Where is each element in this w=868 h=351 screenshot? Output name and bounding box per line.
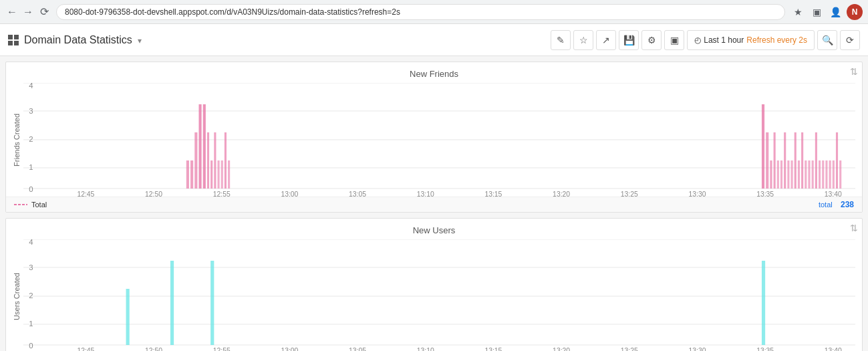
new-users-chart-inner: 0 1 2 3 4 12:45 12:50 12:55 13:00 13:05 … (23, 239, 855, 351)
new-friends-title: New Friends (13, 69, 855, 79)
svg-text:12:50: 12:50 (145, 191, 162, 197)
svg-rect-56 (839, 160, 841, 189)
svg-text:12:45: 12:45 (77, 347, 94, 351)
svg-text:13:05: 13:05 (349, 191, 366, 197)
new-users-chart-container: ⇅ New Users Users Created 0 1 2 (6, 219, 862, 351)
new-friends-chart-container: ⇅ New Friends Friends Created 0 1 (6, 62, 862, 197)
svg-text:1: 1 (29, 163, 33, 171)
app-logo[interactable] (8, 35, 19, 45)
new-users-wrap: Users Created 0 1 2 3 4 (13, 239, 855, 351)
refresh-button[interactable]: ⟳ (840, 30, 860, 50)
svg-rect-50 (819, 160, 821, 189)
address-bar[interactable]: 8080-dot-9796358-dot-devshell.appspot.co… (56, 4, 785, 20)
save-button[interactable]: 💾 (619, 30, 639, 50)
svg-text:13:05: 13:05 (349, 347, 366, 351)
new-users-title: New Users (13, 225, 855, 235)
chart-button[interactable]: ✎ (551, 30, 571, 50)
page-title: Domain Data Statistics ▾ (24, 34, 545, 46)
svg-text:4: 4 (29, 83, 33, 90)
settings-button[interactable]: ⚙ (641, 30, 662, 50)
forward-icon[interactable]: → (21, 5, 35, 19)
new-users-svg: 0 1 2 3 4 12:45 12:50 12:55 13:00 13:05 … (23, 239, 855, 351)
svg-rect-44 (798, 160, 800, 189)
svg-text:3: 3 (29, 107, 33, 115)
new-friends-svg: 0 1 2 3 4 12:45 12:50 12:55 13:00 13:05 … (23, 83, 855, 197)
svg-text:13:20: 13:20 (553, 347, 570, 351)
svg-rect-45 (801, 132, 803, 189)
new-users-y-label: Users Created (13, 273, 21, 320)
search-button[interactable]: 🔍 (817, 30, 837, 50)
svg-rect-23 (190, 160, 193, 189)
svg-text:13:25: 13:25 (621, 347, 638, 351)
svg-rect-38 (777, 160, 779, 189)
svg-rect-49 (815, 132, 817, 189)
title-dropdown-arrow[interactable]: ▾ (138, 36, 142, 45)
svg-text:3: 3 (29, 263, 33, 271)
svg-text:13:00: 13:00 (281, 191, 298, 197)
svg-text:13:40: 13:40 (825, 191, 842, 197)
charts-area: ⇅ New Friends Friends Created 0 1 (0, 56, 868, 351)
header-actions: ✎ ☆ ↗ 💾 ⚙ ▣ ◴ Last 1 hour Refresh every … (551, 30, 860, 50)
svg-rect-27 (207, 132, 209, 189)
new-friends-chart-inner: 0 1 2 3 4 12:45 12:50 12:55 13:00 13:05 … (23, 83, 855, 197)
bookmark-icon[interactable]: ★ (790, 5, 805, 19)
monitor-button[interactable]: ▣ (664, 30, 684, 50)
share-button[interactable]: ↗ (596, 30, 616, 50)
back-icon[interactable]: ← (5, 5, 19, 19)
svg-rect-83 (762, 261, 765, 345)
new-friends-legend: Total total 238 (6, 197, 862, 212)
reload-icon[interactable]: ⟳ (37, 5, 51, 19)
svg-text:0: 0 (29, 342, 33, 350)
svg-rect-47 (808, 160, 810, 189)
avatar[interactable]: N (847, 4, 863, 20)
svg-rect-25 (198, 104, 201, 189)
svg-text:4: 4 (29, 239, 33, 246)
svg-text:13:10: 13:10 (417, 347, 434, 351)
new-friends-y-label: Friends Created (13, 114, 21, 166)
time-range-label: Last 1 hour (704, 35, 744, 45)
svg-text:13:10: 13:10 (417, 191, 434, 197)
svg-rect-43 (794, 132, 797, 189)
svg-rect-46 (805, 160, 807, 189)
svg-text:13:30: 13:30 (688, 347, 706, 351)
svg-rect-53 (829, 160, 831, 189)
svg-text:12:45: 12:45 (77, 191, 94, 197)
svg-text:13:15: 13:15 (484, 191, 502, 197)
svg-text:12:50: 12:50 (145, 347, 162, 351)
svg-text:13:35: 13:35 (756, 347, 774, 351)
browser-nav: ← → ⟳ (5, 5, 51, 19)
extension-icon[interactable]: ▣ (809, 5, 824, 19)
svg-rect-37 (774, 132, 776, 189)
svg-text:13:00: 13:00 (281, 347, 298, 351)
svg-text:13:15: 13:15 (484, 347, 502, 351)
new-friends-total-value: 238 (841, 200, 854, 209)
svg-rect-42 (791, 160, 793, 189)
time-range-button[interactable]: ◴ Last 1 hour Refresh every 2s (687, 30, 815, 50)
corner-expand-icon-2[interactable]: ⇅ (850, 223, 858, 233)
new-users-panel: ⇅ New Users Users Created 0 1 2 (5, 218, 863, 351)
svg-text:13:25: 13:25 (621, 191, 638, 197)
new-friends-total-area: total 238 (819, 200, 854, 209)
svg-rect-34 (762, 104, 764, 189)
new-friends-legend-label: Total (31, 201, 47, 209)
svg-rect-81 (170, 261, 174, 345)
svg-rect-26 (203, 104, 206, 189)
svg-text:2: 2 (29, 291, 33, 300)
svg-rect-33 (228, 160, 230, 189)
corner-expand-icon[interactable]: ⇅ (850, 66, 858, 77)
svg-text:0: 0 (29, 185, 33, 193)
star-button[interactable]: ☆ (573, 30, 593, 50)
new-friends-legend-line (14, 202, 27, 207)
svg-rect-35 (766, 132, 768, 189)
svg-text:12:55: 12:55 (213, 347, 231, 351)
svg-rect-54 (833, 160, 835, 189)
svg-rect-48 (812, 160, 814, 189)
svg-text:13:30: 13:30 (688, 191, 706, 197)
profile-icon[interactable]: 👤 (828, 5, 843, 19)
svg-rect-55 (836, 132, 838, 189)
new-friends-total-word: total (819, 201, 833, 209)
svg-rect-32 (225, 132, 227, 189)
svg-rect-80 (126, 289, 130, 345)
svg-text:13:20: 13:20 (553, 191, 570, 197)
new-friends-legend-item: Total (14, 201, 47, 209)
